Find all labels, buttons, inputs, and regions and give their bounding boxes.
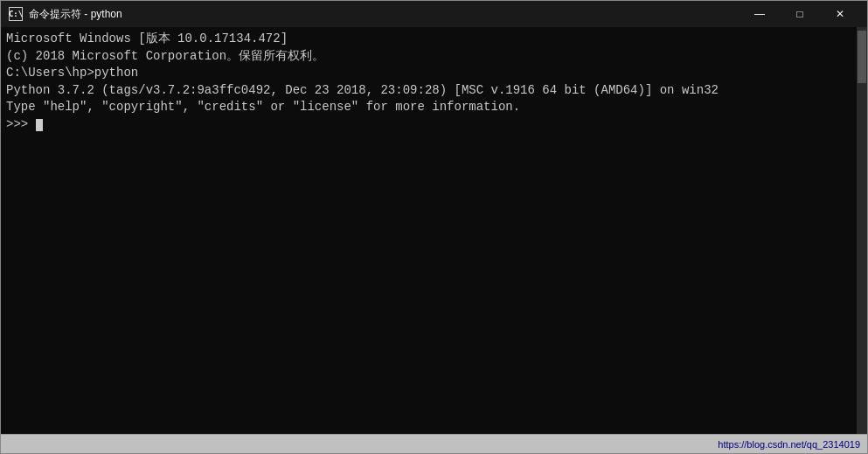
- window-icon: C:\: [8, 6, 24, 22]
- window-title: 命令提示符 - python: [29, 7, 740, 22]
- scrollbar[interactable]: [857, 27, 867, 434]
- titlebar: C:\ 命令提示符 - python — □ ✕: [1, 1, 867, 27]
- minimize-button[interactable]: —: [740, 1, 780, 27]
- statusbar: https://blog.csdn.net/qq_2314019: [1, 434, 867, 453]
- console-line-2: (c) 2018 Microsoft Corporation。保留所有权利。: [6, 48, 851, 66]
- console-line-5: Python 3.7.2 (tags/v3.7.2:9a3ffc0492, De…: [6, 82, 851, 100]
- cmd-icon: C:\: [9, 7, 23, 21]
- cmd-window: C:\ 命令提示符 - python — □ ✕ Microsoft Windo…: [0, 0, 868, 454]
- console-line-4: C:\Users\hp>python: [6, 65, 851, 82]
- console-area[interactable]: Microsoft Windows [版本 10.0.17134.472] (c…: [1, 27, 867, 434]
- console-line-6: Type "help", "copyright", "credits" or "…: [6, 99, 851, 116]
- window-controls: — □ ✕: [740, 1, 860, 27]
- statusbar-url: https://blog.csdn.net/qq_2314019: [718, 439, 860, 450]
- console-prompt-line: >>>: [6, 116, 851, 134]
- scrollbar-thumb[interactable]: [858, 31, 866, 83]
- cursor-blink: [36, 119, 43, 131]
- cmd-icon-label: C:\: [9, 10, 23, 18]
- console-content[interactable]: Microsoft Windows [版本 10.0.17134.472] (c…: [1, 27, 857, 434]
- maximize-button[interactable]: □: [780, 1, 820, 27]
- console-line-1: Microsoft Windows [版本 10.0.17134.472]: [6, 31, 851, 48]
- close-button[interactable]: ✕: [820, 1, 860, 27]
